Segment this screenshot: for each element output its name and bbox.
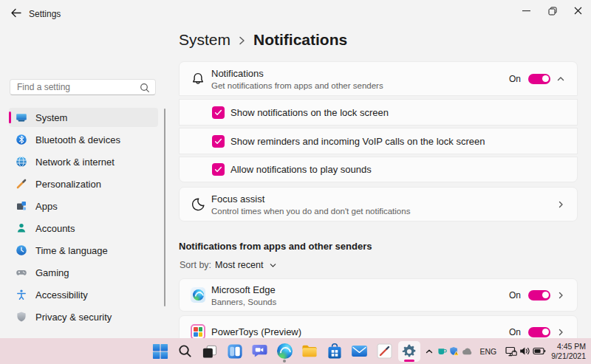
powertoys-notifications-toggle[interactable] — [528, 327, 550, 337]
language-indicator[interactable]: ENG — [480, 347, 497, 356]
mail-icon — [351, 345, 368, 357]
sidebar-item-personalization[interactable]: Personalization — [9, 174, 158, 193]
app-row-microsoft-edge[interactable]: Microsoft Edge Banners, Sounds On — [179, 278, 578, 312]
sidebar-item-time-language[interactable]: Time & language — [9, 241, 158, 260]
sidebar-item-apps[interactable]: Apps — [9, 196, 158, 216]
chevron-up-icon[interactable] — [556, 75, 565, 83]
check-icon — [213, 108, 223, 117]
network-monitor-icon — [505, 346, 517, 357]
sidebar-item-label: Apps — [35, 201, 58, 212]
setting-row-reminders-voip: Show reminders and incoming VoIP calls o… — [179, 128, 578, 154]
sidebar-item-label: Bluetooth & devices — [35, 134, 120, 145]
toggle-state-label: On — [509, 290, 521, 301]
restore-button[interactable] — [539, 0, 565, 21]
edge-icon — [191, 287, 205, 303]
sidebar-scrollbar[interactable] — [164, 109, 165, 306]
network-icon — [16, 156, 27, 168]
sidebar-item-label: System — [35, 112, 67, 123]
bell-icon — [191, 72, 205, 86]
check-icon — [213, 137, 223, 146]
system-icon — [16, 111, 27, 123]
tray-volume[interactable] — [518, 339, 532, 363]
date: 9/21/2021 — [551, 351, 586, 361]
onedrive-cloud-icon — [462, 348, 473, 355]
notifications-subtitle: Get notifications from apps and other se… — [211, 81, 383, 90]
search-icon — [177, 343, 193, 359]
store-icon — [327, 343, 342, 360]
sidebar-item-bluetooth-devices[interactable]: Bluetooth & devices — [9, 130, 158, 149]
checkbox-lock-screen-notifications[interactable] — [212, 106, 225, 119]
cup-icon — [437, 347, 447, 356]
chevron-right-icon — [556, 291, 565, 300]
edge-notifications-toggle[interactable] — [528, 290, 550, 301]
breadcrumb-system[interactable]: System — [179, 31, 230, 49]
minimize-button[interactable] — [513, 0, 539, 21]
time-language-icon — [16, 244, 27, 256]
tray-security[interactable] — [448, 339, 461, 363]
store-button[interactable] — [322, 339, 347, 363]
chat-icon — [251, 343, 268, 359]
sidebar-item-label: Privacy & security — [35, 312, 112, 323]
checkbox-play-sounds[interactable] — [212, 163, 225, 176]
sidebar-item-system[interactable]: System — [9, 108, 158, 127]
focus-assist-subtitle: Control times when you do and don't get … — [211, 207, 410, 216]
time: 4:45 PM — [551, 342, 586, 351]
tray-network[interactable] — [504, 339, 518, 363]
accessibility-icon — [16, 289, 27, 301]
search-box — [10, 79, 156, 95]
app-name: Microsoft Edge — [211, 284, 276, 295]
apps-icon — [16, 200, 27, 212]
task-view-button[interactable] — [197, 339, 222, 363]
settings-taskbar-button[interactable] — [397, 339, 422, 363]
personalization-icon — [16, 178, 27, 190]
back-arrow-icon — [10, 8, 21, 18]
sidebar-item-gaming[interactable]: Gaming — [9, 263, 158, 282]
pen-app-button[interactable] — [372, 339, 397, 363]
tray-cup-app[interactable] — [436, 339, 448, 363]
sidebar-item-accounts[interactable]: Accounts — [9, 219, 158, 238]
checkbox-reminders-voip[interactable] — [212, 135, 225, 148]
close-icon — [574, 7, 582, 15]
volume-icon — [519, 346, 530, 356]
breadcrumb-chevron-icon — [239, 35, 245, 46]
apps-section-heading: Notifications from apps and other sender… — [179, 241, 372, 252]
task-view-icon — [202, 343, 218, 360]
taskbar-search-button[interactable] — [173, 339, 198, 363]
taskbar: ENG 4:45 PM 9/21/2021 — [0, 338, 591, 364]
app-title: Settings — [29, 9, 61, 19]
edge-taskbar-button[interactable] — [272, 339, 297, 363]
minimize-icon — [522, 7, 530, 15]
breadcrumb: System Notifications — [179, 31, 347, 49]
taskbar-clock[interactable]: 4:45 PM 9/21/2021 — [551, 342, 586, 361]
tray-onedrive[interactable] — [461, 339, 474, 363]
sort-value: Most recent — [215, 260, 263, 270]
back-button[interactable] — [7, 5, 24, 20]
file-explorer-button[interactable] — [297, 339, 322, 363]
tray-battery[interactable] — [532, 339, 546, 363]
sidebar-item-label: Accessibility — [35, 289, 88, 301]
close-button[interactable] — [565, 0, 591, 21]
sidebar-item-accessibility[interactable]: Accessibility — [9, 285, 158, 304]
setting-row-play-sounds: Allow notifications to play sounds — [179, 157, 578, 182]
chevron-right-icon — [556, 200, 565, 209]
focus-assist-row[interactable]: Focus assist Control times when you do a… — [179, 187, 578, 222]
sort-dropdown[interactable]: Sort by: Most recent — [180, 260, 277, 270]
search-icon[interactable] — [140, 83, 150, 96]
tray-chevron-up[interactable] — [423, 339, 436, 363]
sidebar-item-privacy-security[interactable]: Privacy & security — [9, 307, 158, 326]
window-controls — [513, 0, 591, 21]
widgets-button[interactable] — [222, 339, 247, 363]
chat-button[interactable] — [247, 339, 273, 363]
sidebar-item-label: Gaming — [35, 267, 69, 278]
notifications-toggle[interactable] — [528, 74, 550, 84]
chevron-down-icon — [269, 261, 277, 269]
page-title: Notifications — [253, 31, 347, 49]
sidebar-item-network-internet[interactable]: Network & internet — [9, 152, 158, 171]
start-button[interactable] — [148, 339, 173, 363]
search-input[interactable] — [10, 80, 155, 95]
notifications-expander[interactable]: Notifications Get notifications from app… — [179, 61, 578, 96]
mail-button[interactable] — [347, 339, 372, 363]
sidebar-item-label: Personalization — [35, 179, 101, 190]
check-icon — [213, 165, 223, 174]
settings-gear-icon — [401, 343, 417, 360]
